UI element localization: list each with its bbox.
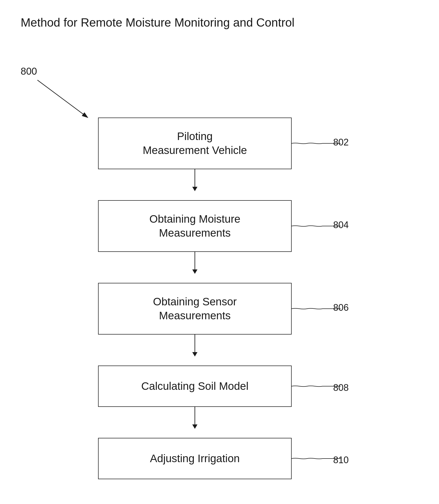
flow-box-piloting: PilotingMeasurement Vehicle: [98, 118, 292, 169]
ref-label-804: 804: [333, 220, 349, 230]
svg-marker-6: [192, 269, 197, 274]
flow-box-sensor: Obtaining SensorMeasurements: [98, 283, 292, 335]
svg-marker-8: [192, 352, 197, 356]
svg-marker-10: [192, 424, 197, 429]
flow-box-piloting-label: PilotingMeasurement Vehicle: [143, 129, 247, 158]
flow-box-sensor-label: Obtaining SensorMeasurements: [153, 295, 237, 323]
flow-box-soil: Calculating Soil Model: [98, 366, 292, 407]
svg-marker-4: [192, 187, 197, 191]
diagram-svg: [0, 35, 439, 495]
flow-box-irrigation: Adjusting Irrigation: [98, 438, 292, 479]
ref-label-806: 806: [333, 302, 349, 313]
flow-box-soil-label: Calculating Soil Model: [141, 379, 249, 393]
ref-label-802: 802: [333, 137, 349, 148]
ref-label-808: 808: [333, 382, 349, 393]
page-title: Method for Remote Moisture Monitoring an…: [0, 0, 439, 30]
diagram-container: 800: [0, 35, 439, 495]
svg-line-0: [37, 80, 88, 118]
diagram-label: 800: [21, 66, 37, 77]
ref-label-810: 810: [333, 455, 349, 466]
flow-box-irrigation-label: Adjusting Irrigation: [150, 452, 240, 466]
flow-box-moisture-label: Obtaining MoistureMeasurements: [149, 212, 241, 240]
flow-box-moisture: Obtaining MoistureMeasurements: [98, 200, 292, 252]
